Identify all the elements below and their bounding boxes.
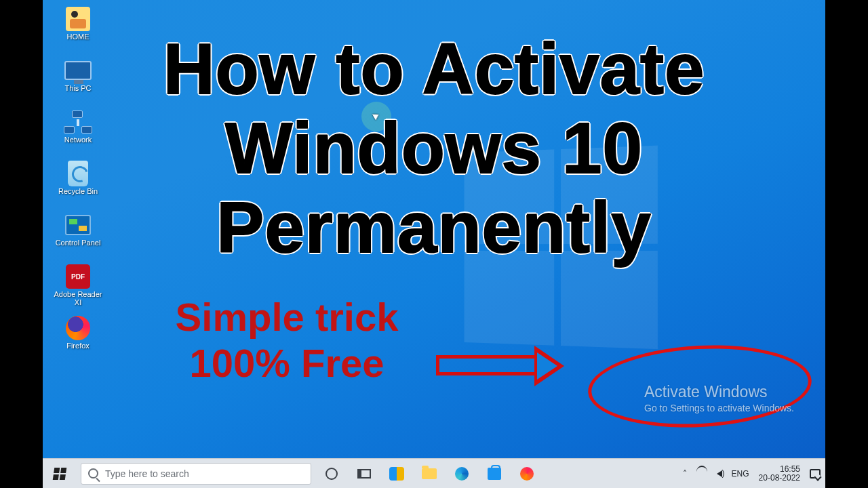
file-explorer-icon — [422, 468, 437, 479]
wifi-icon — [696, 470, 707, 478]
microsoft-store-button[interactable] — [478, 459, 511, 489]
firefox-taskbar-button[interactable] — [511, 459, 543, 489]
tray-clock-button[interactable]: 16:55 20-08-2022 — [754, 459, 805, 489]
thumbnail-title-line-3: Permanently — [43, 191, 825, 264]
task-view-icon — [357, 469, 371, 479]
firefox-icon — [520, 467, 534, 481]
firefox-icon — [66, 316, 90, 340]
cortana-icon — [326, 468, 338, 480]
search-icon — [88, 468, 98, 479]
taskbar-search-box[interactable]: Type here to search — [81, 463, 311, 485]
edge-button[interactable] — [446, 459, 478, 489]
taskbar: Type here to search ˄ ENG 16:55 — [43, 458, 825, 488]
adobe-reader-icon: PDF — [66, 264, 90, 289]
clock-date: 20-08-2022 — [759, 474, 800, 483]
system-tray: ˄ ENG 16:55 20-08-2022 — [678, 459, 825, 489]
edge-icon — [455, 467, 469, 481]
store-icon — [488, 468, 501, 480]
news-widget-button[interactable] — [380, 459, 413, 489]
icon-label: Firefox — [66, 342, 90, 350]
activation-watermark: Activate Windows Go to Settings to activ… — [644, 383, 794, 413]
thumbnail-title-line-1: How to Activate — [43, 33, 825, 105]
cortana-button[interactable] — [315, 459, 348, 489]
windows-desktop[interactable]: HOME This PC Network Recycle Bin Control… — [43, 0, 825, 488]
thumbnail-subtitle-line-1: Simple trick — [97, 297, 477, 338]
windows-start-icon — [53, 468, 67, 480]
chevron-up-icon: ˄ — [683, 469, 687, 479]
watermark-subtitle: Go to Settings to activate Windows. — [644, 403, 794, 413]
action-center-button[interactable] — [805, 459, 825, 489]
tray-network-button[interactable] — [692, 459, 712, 489]
search-placeholder-text: Type here to search — [105, 468, 189, 479]
letterbox-stage: HOME This PC Network Recycle Bin Control… — [0, 0, 868, 488]
thumbnail-subtitle-line-2: 100% Free — [97, 343, 477, 384]
watermark-title: Activate Windows — [644, 383, 794, 401]
user-folder-icon — [66, 7, 90, 31]
tray-language-button[interactable]: ENG — [727, 459, 754, 489]
language-label: ENG — [732, 470, 749, 478]
news-icon — [389, 467, 404, 481]
red-arrow-icon — [436, 347, 585, 385]
task-view-button[interactable] — [348, 459, 380, 489]
taskbar-pinned-apps — [315, 459, 543, 489]
thumbnail-title-line-2: Windows 10 — [43, 112, 825, 184]
file-explorer-button[interactable] — [413, 459, 446, 489]
action-center-icon — [810, 469, 821, 479]
tray-overflow-button[interactable]: ˄ — [678, 459, 692, 489]
start-button[interactable] — [43, 459, 77, 489]
speaker-icon — [717, 470, 722, 477]
tray-volume-button[interactable] — [712, 459, 727, 489]
clock-time: 16:55 — [759, 465, 800, 474]
